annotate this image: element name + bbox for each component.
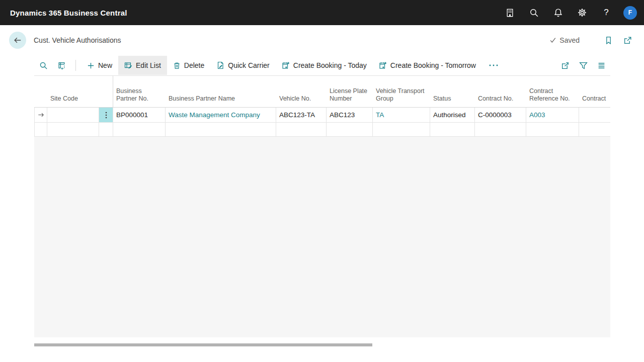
cell-license-plate-number[interactable]: ABC123 (327, 108, 373, 122)
quick-carrier-button[interactable]: Quick Carrier (210, 56, 275, 75)
empty-cell[interactable] (430, 123, 475, 136)
empty-cell[interactable] (373, 123, 430, 136)
company-icon[interactable] (498, 0, 522, 25)
cell-contract-no[interactable]: C-0000003 (475, 108, 526, 122)
notifications-bell-icon[interactable] (546, 0, 570, 25)
open-in-new-window-icon[interactable] (620, 33, 635, 48)
column-header-vehicle-no[interactable]: Vehicle No. (276, 76, 327, 107)
page-header: Cust. Vehicle Authorisations Saved (0, 25, 644, 55)
share-icon[interactable] (556, 56, 574, 74)
calendar-plus-icon (379, 61, 387, 69)
topbar-actions: ? F (498, 0, 637, 25)
create-booking-tomorrow-button[interactable]: Create Booking - Tomorrow (373, 56, 482, 75)
cell-site-code[interactable] (47, 108, 99, 122)
table-row-empty (34, 123, 610, 137)
column-header-contract-reference-no[interactable]: Contract Reference No. (526, 76, 579, 107)
column-header-vehicle-transport-group[interactable]: Vehicle Transport Group (373, 76, 430, 107)
cell-status[interactable]: Authorised (430, 108, 475, 122)
cell-business-partner-name-link[interactable]: Waste Management Company (166, 108, 276, 122)
edit-list-button[interactable]: Edit List (118, 56, 167, 75)
cell-business-partner-no[interactable]: BP000001 (113, 108, 166, 122)
horizontal-scrollbar-track (34, 343, 610, 346)
list-options-icon[interactable] (592, 56, 610, 74)
empty-cell[interactable] (166, 123, 276, 136)
column-header-business-partner-no[interactable]: Business Partner No. (113, 76, 166, 107)
column-header-business-partner-name[interactable]: Business Partner Name (166, 76, 276, 107)
empty-row-indicator (34, 123, 47, 136)
page-title: Cust. Vehicle Authorisations (34, 36, 549, 44)
action-bar: New Edit List Delete Quick (34, 55, 610, 76)
topbar: Dynamics 365 Business Central (0, 0, 644, 25)
empty-dots-cell (99, 123, 113, 136)
save-status: Saved (549, 36, 580, 44)
analysis-mode-icon[interactable] (52, 56, 70, 74)
column-header-site-code[interactable]: Site Code (47, 76, 99, 107)
table-row: BP000001 Waste Management Company ABC123… (34, 108, 610, 123)
toolbar-divider (75, 60, 76, 71)
new-button[interactable]: New (81, 56, 118, 75)
delete-button[interactable]: Delete (167, 56, 210, 75)
filter-icon[interactable] (574, 56, 592, 74)
settings-gear-icon[interactable] (570, 0, 594, 25)
bookmark-icon[interactable] (601, 33, 616, 48)
empty-cell[interactable] (113, 123, 166, 136)
empty-cell[interactable] (327, 123, 373, 136)
active-row-indicator-icon (34, 108, 47, 122)
cell-contract-truncated[interactable] (579, 108, 610, 122)
check-icon (549, 37, 556, 44)
plus-icon (87, 62, 95, 69)
row-context-menu-icon[interactable] (99, 108, 113, 122)
horizontal-scrollbar-thumb[interactable] (34, 343, 372, 346)
back-button[interactable] (9, 32, 26, 49)
calendar-plus-icon (282, 61, 290, 69)
edit-list-icon (124, 61, 132, 69)
table-header-row: Site Code Business Partner No. Business … (34, 76, 610, 108)
empty-cell[interactable] (276, 123, 327, 136)
app-title[interactable]: Dynamics 365 Business Central (10, 9, 127, 17)
more-options-icon[interactable] (482, 56, 505, 75)
cell-contract-reference-no-link[interactable]: A003 (526, 108, 579, 122)
avatar[interactable]: F (623, 6, 637, 20)
freeze-pane-divider (99, 76, 113, 107)
empty-cell[interactable] (475, 123, 526, 136)
cell-vehicle-no[interactable]: ABC123-TA (276, 108, 327, 122)
trash-icon (173, 62, 181, 69)
document-edit-icon (216, 61, 224, 69)
column-header-contract-no[interactable]: Contract No. (475, 76, 526, 107)
empty-cell[interactable] (579, 123, 610, 136)
save-status-label: Saved (559, 36, 580, 44)
toolbar-search-icon[interactable] (34, 56, 52, 74)
list-background (34, 137, 610, 337)
column-header-license-plate-number[interactable]: License Plate Number (327, 76, 373, 107)
search-icon[interactable] (522, 0, 546, 25)
column-header-status[interactable]: Status (430, 76, 475, 107)
create-booking-today-button[interactable]: Create Booking - Today (276, 56, 373, 75)
column-header-row-indicator (34, 76, 47, 107)
help-icon[interactable]: ? (594, 0, 618, 25)
empty-cell[interactable] (526, 123, 579, 136)
vehicle-authorisations-list: Site Code Business Partner No. Business … (34, 76, 610, 337)
empty-cell[interactable] (47, 123, 99, 136)
column-header-contract-truncated[interactable]: Contract (579, 76, 610, 107)
cell-vehicle-transport-group-link[interactable]: TA (373, 108, 430, 122)
